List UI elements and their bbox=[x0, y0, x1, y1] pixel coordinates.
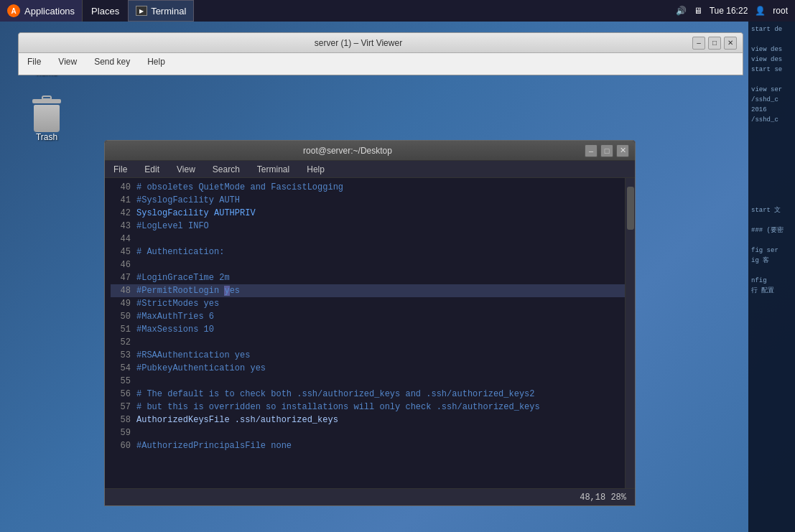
line-number: 55 bbox=[111, 375, 131, 388]
virt-menu-view[interactable]: View bbox=[55, 55, 80, 68]
list-item: /sshd_c bbox=[751, 115, 792, 125]
term-menu-file[interactable]: File bbox=[111, 163, 130, 176]
terminal-titlebar: root@server:~/Desktop – □ ✕ bbox=[105, 141, 635, 161]
list-item bbox=[751, 175, 792, 185]
list-item bbox=[751, 235, 792, 246]
table-row: 43#LogLevel INFO bbox=[111, 220, 629, 233]
line-number: 53 bbox=[111, 349, 131, 362]
list-item: start de bbox=[751, 24, 792, 34]
list-item bbox=[751, 165, 792, 175]
virt-menu-sendkey[interactable]: Send key bbox=[91, 55, 133, 68]
panel-user: root bbox=[773, 6, 788, 16]
line-number: 45 bbox=[111, 246, 131, 258]
list-item: view des bbox=[751, 55, 792, 65]
trash-lid bbox=[32, 99, 61, 103]
term-menu-edit[interactable]: Edit bbox=[141, 163, 162, 176]
term-menu-terminal[interactable]: Terminal bbox=[254, 163, 292, 176]
terminal-minimize-button[interactable]: – bbox=[585, 144, 598, 157]
term-menu-search[interactable]: Search bbox=[210, 163, 243, 176]
list-item: 行 配置 bbox=[751, 286, 792, 296]
table-row: 51#MaxSessions 10 bbox=[111, 323, 629, 336]
line-number: 47 bbox=[111, 271, 131, 284]
line-number: 50 bbox=[111, 310, 131, 323]
applications-icon: A bbox=[7, 4, 20, 17]
line-number: 58 bbox=[111, 414, 131, 426]
applications-menu[interactable]: A Applications bbox=[0, 0, 83, 22]
top-panel: A Applications Places ▶ Terminal 🔊 🖥 Tue… bbox=[0, 0, 795, 22]
list-item: start se bbox=[751, 65, 792, 75]
line-content: # Authentication: bbox=[136, 246, 224, 258]
terminal-controls: – □ ✕ bbox=[585, 144, 629, 157]
table-row: 59 bbox=[111, 426, 629, 439]
list-item: nfig bbox=[751, 276, 792, 286]
table-row: 55 bbox=[111, 375, 629, 388]
list-item: ### (要密 bbox=[751, 225, 792, 235]
table-row: 53#RSAAuthentication yes bbox=[111, 349, 629, 362]
line-content: #SyslogFacility AUTH bbox=[136, 194, 240, 207]
terminal-content[interactable]: 40# obsoletes QuietMode and FascistLoggi… bbox=[105, 178, 635, 488]
terminal-menu[interactable]: ▶ Terminal bbox=[128, 0, 194, 22]
places-menu[interactable]: Places bbox=[83, 0, 128, 22]
terminal-label: Terminal bbox=[151, 6, 186, 17]
line-number: 59 bbox=[111, 426, 131, 439]
table-row: 56# The default is to check both .ssh/au… bbox=[111, 388, 629, 401]
line-number: 60 bbox=[111, 439, 131, 452]
terminal-window: root@server:~/Desktop – □ ✕ File Edit Vi… bbox=[104, 140, 636, 506]
line-content: #LogLevel INFO bbox=[136, 220, 209, 233]
panel-clock: Tue 16:22 bbox=[710, 6, 748, 16]
table-row: 52 bbox=[111, 336, 629, 349]
virt-maximize-button[interactable]: □ bbox=[708, 37, 721, 50]
right-panel: start de view desview desstart se view s… bbox=[748, 22, 795, 532]
virt-controls: – □ ✕ bbox=[692, 37, 737, 50]
term-menu-view[interactable]: View bbox=[174, 163, 198, 176]
line-content: #LoginGraceTime 2m bbox=[136, 271, 230, 284]
list-item: 2016 bbox=[751, 105, 792, 115]
virt-menu-file[interactable]: File bbox=[24, 55, 44, 68]
table-row: 45# Authentication: bbox=[111, 246, 629, 258]
list-item: ig 客 bbox=[751, 256, 792, 266]
terminal-scrollbar[interactable] bbox=[625, 178, 635, 488]
line-content: #PubkeyAuthentication yes bbox=[136, 362, 266, 375]
table-row: 42SyslogFacility AUTHPRIV bbox=[111, 207, 629, 220]
table-row: 40# obsoletes QuietMode and FascistLoggi… bbox=[111, 181, 629, 194]
list-item: view ser bbox=[751, 85, 792, 95]
terminal-maximize-button[interactable]: □ bbox=[600, 144, 613, 157]
virt-menu-help[interactable]: Help bbox=[144, 55, 168, 68]
list-item bbox=[751, 195, 792, 205]
line-content: #RSAAuthentication yes bbox=[136, 349, 250, 362]
panel-left: A Applications Places ▶ Terminal bbox=[0, 0, 194, 22]
line-number: 48 bbox=[111, 284, 131, 297]
table-row: 47#LoginGraceTime 2m bbox=[111, 271, 629, 284]
table-row: 57# but this is overridden so installati… bbox=[111, 401, 629, 414]
table-row: 41#SyslogFacility AUTH bbox=[111, 194, 629, 207]
list-item bbox=[751, 75, 792, 85]
line-content: #PermitRootLogin yes bbox=[136, 284, 240, 297]
trash-body bbox=[34, 105, 60, 132]
trash-icon[interactable]: Trash bbox=[18, 99, 75, 142]
line-content: # obsoletes QuietMode and FascistLogging bbox=[136, 181, 343, 194]
table-row: 48#PermitRootLogin yes bbox=[111, 284, 629, 297]
terminal-close-button[interactable]: ✕ bbox=[616, 144, 629, 157]
user-icon: 👤 bbox=[755, 6, 766, 16]
virt-title: server (1) – Virt Viewer bbox=[24, 38, 692, 48]
speaker-icon[interactable]: 🔊 bbox=[676, 6, 687, 16]
places-label: Places bbox=[91, 6, 119, 17]
table-row: 50#MaxAuthTries 6 bbox=[111, 310, 629, 323]
line-number: 57 bbox=[111, 401, 131, 414]
table-row: 46 bbox=[111, 258, 629, 271]
terminal-title: root@server:~/Desktop bbox=[111, 146, 585, 156]
line-content: #MaxAuthTries 6 bbox=[136, 310, 214, 323]
virt-minimize-button[interactable]: – bbox=[692, 37, 705, 50]
list-item: /sshd_c bbox=[751, 95, 792, 105]
virt-close-button[interactable]: ✕ bbox=[724, 37, 737, 50]
line-content: #AuthorizedPrincipalsFile none bbox=[136, 439, 292, 452]
line-content: # The default is to check both .ssh/auth… bbox=[136, 388, 535, 401]
terminal-menubar: File Edit View Search Terminal Help bbox=[105, 161, 635, 178]
list-item bbox=[751, 215, 792, 225]
table-row: 54#PubkeyAuthentication yes bbox=[111, 362, 629, 375]
list-item bbox=[751, 155, 792, 165]
table-row: 44 bbox=[111, 233, 629, 246]
list-item bbox=[751, 185, 792, 195]
term-menu-help[interactable]: Help bbox=[304, 163, 327, 176]
panel-right: 🔊 🖥 Tue 16:22 👤 root bbox=[676, 6, 795, 16]
